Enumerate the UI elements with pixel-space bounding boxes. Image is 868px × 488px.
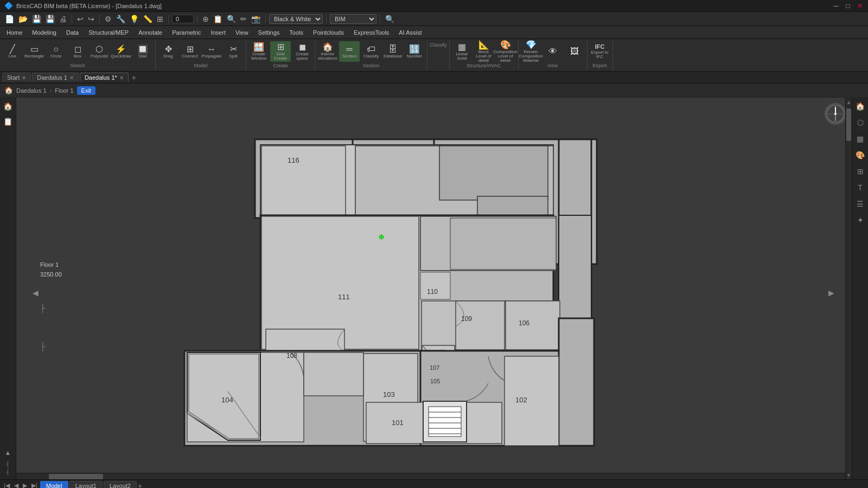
sidebar-scroll-handle[interactable]: ┤ (6, 461, 10, 467)
add-layout-button[interactable]: + (138, 481, 142, 489)
rectangular-grid-button[interactable]: ⊞ Grid Create (270, 41, 291, 62)
horizontal-scroll-thumb[interactable] (49, 474, 103, 479)
viewport-icon[interactable]: ⊞ (155, 14, 165, 24)
add-tab-button[interactable]: + (130, 73, 138, 82)
database-button[interactable]: 🗄 Database (382, 41, 403, 62)
camera-icon[interactable]: 📸 (250, 14, 262, 24)
menu-annotate[interactable]: Annotate (134, 28, 167, 37)
layout-nav-prev1[interactable]: |◀ (2, 481, 11, 488)
scroll-right-arrow[interactable]: ▶ (828, 288, 834, 297)
block-level-button[interactable]: 📐 Block Level of detail (474, 41, 494, 62)
right-sidebar-text-icon[interactable]: T (856, 181, 865, 194)
sidebar-layers-icon[interactable]: 📋 (1, 115, 15, 128)
snap-icon[interactable]: ⊕ (201, 14, 210, 24)
display-style-dropdown[interactable]: Black & White Wireframe Realistic (269, 14, 323, 24)
vertical-scroll-thumb[interactable] (846, 108, 851, 141)
propagate-button[interactable]: ↔ Propagate (201, 41, 222, 62)
exit-button[interactable]: Exit (77, 86, 95, 95)
rectangle-button[interactable]: ▭ Rectangle (24, 41, 44, 62)
interior-elevations-button[interactable]: 🏠 Interior elevations (317, 41, 338, 62)
polysolid-button[interactable]: ⬡ Polysolid (89, 41, 110, 62)
menu-view[interactable]: View (231, 28, 253, 37)
right-sidebar-home-icon[interactable]: 🏠 (853, 100, 867, 113)
tab-start[interactable]: Start ✕ (2, 73, 31, 82)
close-tab-daedalus1[interactable]: ✕ (69, 75, 74, 81)
minimize-button[interactable]: ─ (832, 2, 840, 10)
tab-daedalus1[interactable]: Daedalus 1 ✕ (32, 73, 79, 82)
linear-solid-button[interactable]: ▦ Linear Solid (452, 41, 473, 62)
layout-nav-next2[interactable]: ▶| (30, 481, 39, 488)
close-button[interactable]: ✕ (856, 2, 864, 10)
render-material-button[interactable]: 💎 Render Composition Material (521, 41, 541, 62)
menu-home[interactable]: Home (2, 28, 27, 37)
undo-icon[interactable]: ↩ (75, 14, 85, 24)
classify-button[interactable]: 🏷 Classify (361, 41, 381, 62)
save-icon[interactable]: 💾 (30, 14, 43, 24)
measure-icon[interactable]: 📏 (142, 14, 154, 24)
close-tab-start[interactable]: ✕ (22, 75, 26, 81)
scroll-left-handle2[interactable]: ├ (40, 342, 46, 351)
horizontal-scrollbar[interactable] (16, 473, 845, 479)
open-file-icon[interactable]: 📂 (17, 14, 29, 24)
right-sidebar-cube-icon[interactable]: ⬡ (855, 116, 866, 129)
create-window-button[interactable]: 🪟 Create Window (248, 41, 269, 62)
vertical-scrollbar[interactable]: ▲ ▼ (845, 98, 852, 479)
layer-icon[interactable]: 📋 (212, 14, 224, 24)
number-button[interactable]: 🔢 Number (404, 41, 425, 62)
right-sidebar-star-icon[interactable]: ✦ (855, 214, 866, 227)
draw-icon[interactable]: ✏ (239, 14, 248, 24)
render-icon[interactable]: 💡 (128, 14, 141, 24)
scroll-left-handle[interactable]: ├ (40, 304, 46, 312)
menu-parametric[interactable]: Parametric (168, 28, 205, 37)
settings-icon[interactable]: ⚙ (103, 14, 113, 24)
view-extra-1[interactable]: 👁 (542, 41, 563, 62)
quickdraw-button[interactable]: ⚡ Quickdraw (111, 41, 131, 62)
menu-expresstools[interactable]: ExpressTools (349, 28, 393, 37)
menu-modeling[interactable]: Modeling (28, 28, 61, 37)
right-sidebar-table-icon[interactable]: ⊞ (855, 165, 866, 178)
tab-daedalus1-active[interactable]: Daedalus 1* ✕ (80, 73, 129, 82)
canvas-area[interactable]: 116 111 110 109 108 106 107 105 104 103 … (16, 98, 852, 479)
split-button[interactable]: ✂ Split (223, 41, 244, 62)
layout-tab-layout1[interactable]: Layout1 (69, 481, 103, 489)
breadcrumb-home-icon[interactable]: 🏠 (4, 86, 13, 94)
breadcrumb-floor1[interactable]: Floor 1 (55, 87, 73, 94)
sidebar-home-icon[interactable]: 🏠 (1, 100, 15, 113)
menu-ai-assist[interactable]: AI Assist (394, 28, 426, 37)
menu-data[interactable]: Data (62, 28, 83, 37)
menu-settings[interactable]: Settings (254, 28, 284, 37)
restore-button[interactable]: □ (844, 2, 852, 10)
sidebar-scroll-up[interactable]: ▲ (3, 447, 14, 459)
right-sidebar-layers-icon[interactable]: ☰ (854, 197, 866, 210)
stair-button[interactable]: 🔲 Stair (132, 41, 153, 62)
layout-tab-layout2[interactable]: Layout2 (104, 481, 137, 489)
export-ifc-button[interactable]: IFC Export to IFC (590, 41, 610, 62)
box-button[interactable]: ◻ Box (67, 41, 88, 62)
menu-insert[interactable]: Insert (206, 28, 230, 37)
redo-icon[interactable]: ↪ (86, 14, 96, 24)
circle-button[interactable]: ○ Circle (46, 41, 66, 62)
close-tab-daedalus1-active[interactable]: ✕ (119, 75, 124, 81)
create-space-button[interactable]: ◼ Create space (292, 41, 312, 62)
right-sidebar-palette-icon[interactable]: 🎨 (853, 149, 867, 162)
section-button[interactable]: ═ Section (339, 41, 360, 62)
workspace-dropdown[interactable]: BIM Classic 2D Drafting (330, 14, 376, 24)
layout-nav-prev2[interactable]: ◀ (12, 481, 20, 488)
menu-tools[interactable]: Tools (285, 28, 308, 37)
menu-pointclouds[interactable]: Pointclouds (309, 28, 348, 37)
tools-icon[interactable]: 🔧 (114, 14, 127, 24)
menu-structural[interactable]: Structural/MEP (84, 28, 133, 37)
breadcrumb-daedalus[interactable]: Daedalus 1 (16, 87, 47, 94)
layout-nav-next1[interactable]: ▶ (21, 481, 29, 488)
search-icon[interactable]: 🔍 (384, 14, 396, 24)
drag-button[interactable]: ✥ Drag (158, 41, 178, 62)
properties-icon[interactable]: 🔍 (225, 14, 238, 24)
connect-button[interactable]: ⊞ Connect (180, 41, 200, 62)
scroll-left-arrow[interactable]: ◀ (33, 288, 39, 297)
coordinate-input[interactable] (172, 15, 194, 23)
composition-level-button[interactable]: 🎨 Composition Level of detail (495, 41, 516, 62)
save-as-icon[interactable]: 💾 (44, 14, 56, 24)
view-extra-2[interactable]: 🖼 (564, 41, 585, 62)
sidebar-scroll-handle2[interactable]: ┤ (6, 469, 10, 475)
print-icon[interactable]: 🖨 (58, 14, 68, 24)
